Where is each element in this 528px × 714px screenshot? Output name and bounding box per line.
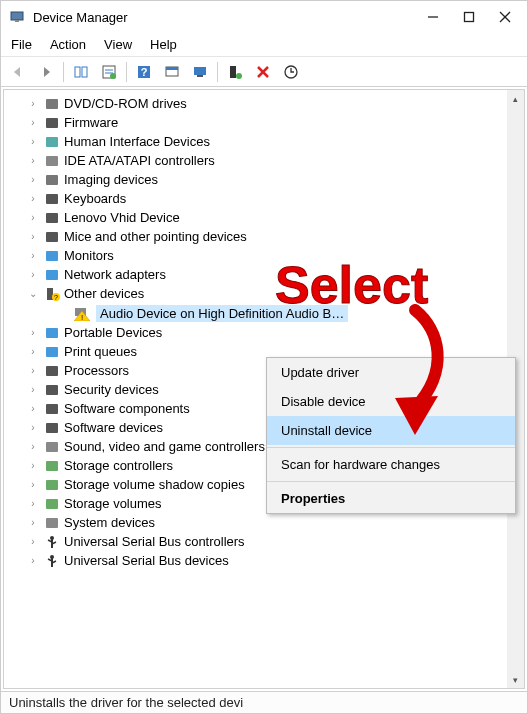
minimize-button[interactable] [425, 9, 441, 25]
ctx-properties[interactable]: Properties [267, 484, 515, 513]
svg-point-11 [110, 73, 116, 79]
update-driver-toolbar-button[interactable] [278, 60, 304, 84]
device-category-icon [44, 248, 60, 264]
expand-icon[interactable]: › [26, 250, 40, 261]
menu-help[interactable]: Help [150, 37, 177, 52]
expand-icon[interactable]: › [26, 174, 40, 185]
expand-icon[interactable]: › [26, 384, 40, 395]
ctx-separator [267, 481, 515, 482]
expand-icon[interactable]: › [26, 460, 40, 471]
tree-item-label: DVD/CD-ROM drives [64, 96, 187, 111]
back-button[interactable] [5, 60, 31, 84]
expand-icon[interactable]: › [26, 231, 40, 242]
menu-file[interactable]: File [11, 37, 32, 52]
expand-icon[interactable]: › [26, 98, 40, 109]
tree-item[interactable]: ›Imaging devices [4, 170, 524, 189]
maximize-button[interactable] [461, 9, 477, 25]
forward-button[interactable] [33, 60, 59, 84]
help-toolbar-button[interactable]: ? [131, 60, 157, 84]
status-text: Uninstalls the driver for the selected d… [9, 695, 243, 710]
tree-child-item[interactable]: !Audio Device on High Definition Audio B… [4, 303, 524, 323]
device-category-icon [44, 363, 60, 379]
expand-icon[interactable]: › [26, 193, 40, 204]
menu-view[interactable]: View [104, 37, 132, 52]
device-category-icon [44, 115, 60, 131]
tree-item[interactable]: ›Mice and other pointing devices [4, 227, 524, 246]
tree-item[interactable]: ›Lenovo Vhid Device [4, 208, 524, 227]
tree-item-label: Monitors [64, 248, 114, 263]
expand-icon[interactable]: › [26, 479, 40, 490]
tree-item[interactable]: ›Firmware [4, 113, 524, 132]
tree-item-label: Network adapters [64, 267, 166, 282]
toolbar-button-5[interactable] [159, 60, 185, 84]
svg-rect-17 [197, 75, 203, 77]
expand-icon[interactable]: › [26, 441, 40, 452]
device-category-icon [44, 344, 60, 360]
svg-rect-29 [46, 213, 58, 223]
expand-icon[interactable]: › [26, 155, 40, 166]
uninstall-toolbar-button[interactable] [250, 60, 276, 84]
svg-rect-1 [15, 20, 19, 22]
expand-icon[interactable]: › [26, 117, 40, 128]
ctx-uninstall-device[interactable]: Uninstall device [267, 416, 515, 445]
scrollbar-down[interactable]: ▾ [507, 671, 524, 688]
collapse-icon[interactable]: ⌄ [26, 288, 40, 299]
tree-item-label: Other devices [64, 286, 144, 301]
tree-item[interactable]: ›DVD/CD-ROM drives [4, 94, 524, 113]
expand-icon[interactable]: › [26, 536, 40, 547]
enable-device-button[interactable] [222, 60, 248, 84]
tree-item[interactable]: ›Network adapters [4, 265, 524, 284]
svg-rect-45 [46, 461, 58, 471]
expand-icon[interactable]: › [26, 212, 40, 223]
expand-icon[interactable]: › [26, 517, 40, 528]
properties-button[interactable] [96, 60, 122, 84]
device-category-icon [44, 172, 60, 188]
tree-item[interactable]: ›Human Interface Devices [4, 132, 524, 151]
tree-item[interactable]: ›Keyboards [4, 189, 524, 208]
expand-icon[interactable]: › [26, 365, 40, 376]
expand-icon[interactable]: › [26, 346, 40, 357]
ctx-scan-hardware[interactable]: Scan for hardware changes [267, 450, 515, 479]
tree-item-label: Universal Serial Bus controllers [64, 534, 245, 549]
tree-item[interactable]: ›Portable Devices [4, 323, 524, 342]
tree-item[interactable]: ›IDE ATA/ATAPI controllers [4, 151, 524, 170]
expand-icon[interactable]: › [26, 403, 40, 414]
device-category-icon [44, 96, 60, 112]
expand-icon[interactable]: › [26, 327, 40, 338]
show-hide-tree-button[interactable] [68, 60, 94, 84]
tree-child-label: Audio Device on High Definition Audio B… [96, 305, 348, 322]
svg-rect-25 [46, 137, 58, 147]
ctx-update-driver[interactable]: Update driver [267, 358, 515, 387]
svg-rect-23 [46, 99, 58, 109]
device-category-icon [44, 439, 60, 455]
svg-rect-0 [11, 12, 23, 20]
titlebar: Device Manager [1, 1, 527, 33]
tree-item[interactable]: ›Universal Serial Bus devices [4, 551, 524, 570]
svg-rect-27 [46, 175, 58, 185]
close-button[interactable] [497, 9, 513, 25]
tree-item-label: Sound, video and game controllers [64, 439, 265, 454]
tree-item[interactable]: ›Universal Serial Bus controllers [4, 532, 524, 551]
ctx-disable-device[interactable]: Disable device [267, 387, 515, 416]
tree-item-label: Portable Devices [64, 325, 162, 340]
expand-icon[interactable]: › [26, 136, 40, 147]
tree-item[interactable]: ⌄?Other devices [4, 284, 524, 303]
expand-icon[interactable]: › [26, 498, 40, 509]
svg-rect-40 [46, 366, 58, 376]
warning-device-icon: ! [74, 305, 90, 321]
tree-item-label: Mice and other pointing devices [64, 229, 247, 244]
expand-icon[interactable]: › [26, 269, 40, 280]
expand-icon[interactable]: › [26, 555, 40, 566]
expand-icon[interactable]: › [26, 422, 40, 433]
scan-hardware-button[interactable] [187, 60, 213, 84]
tree-item[interactable]: ›System devices [4, 513, 524, 532]
menu-action[interactable]: Action [50, 37, 86, 52]
device-category-icon [44, 420, 60, 436]
scrollbar-up[interactable]: ▴ [507, 90, 524, 107]
tree-item[interactable]: ›Monitors [4, 246, 524, 265]
device-category-icon [44, 382, 60, 398]
svg-rect-6 [75, 67, 80, 77]
device-category-icon: ? [44, 286, 60, 302]
tree-item-label: Imaging devices [64, 172, 158, 187]
device-category-icon [44, 458, 60, 474]
